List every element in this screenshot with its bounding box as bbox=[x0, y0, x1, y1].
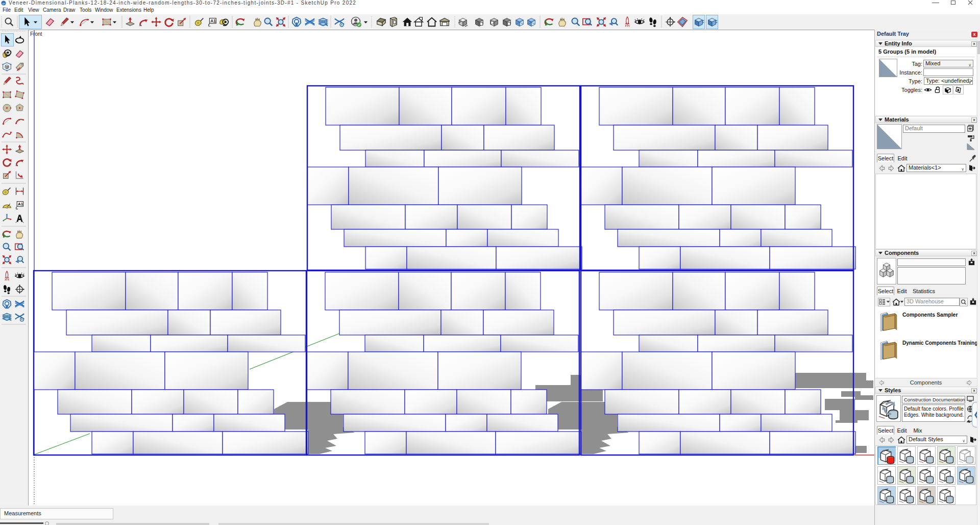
svg-text:Front: Front bbox=[30, 31, 42, 37]
